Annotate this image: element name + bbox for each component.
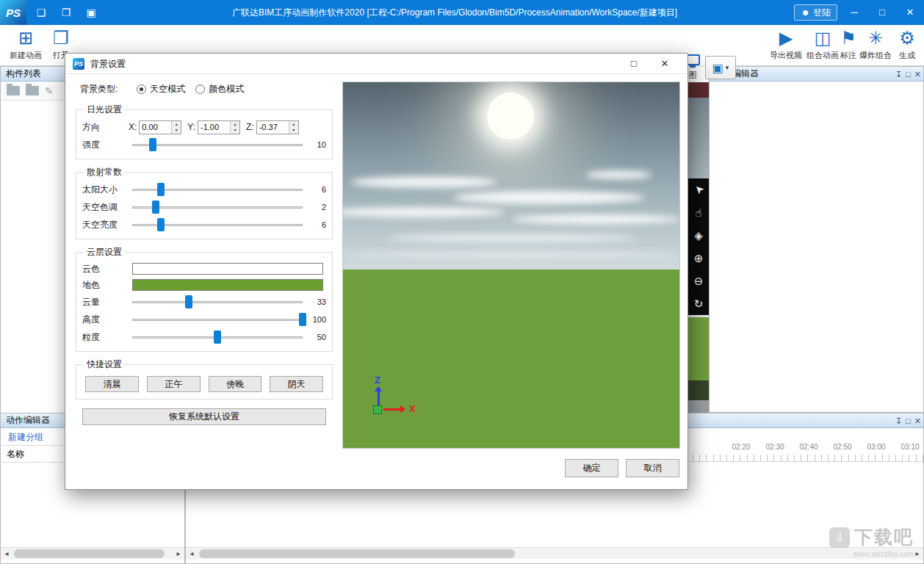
- preview-viewport[interactable]: Z X: [342, 82, 680, 449]
- explode-combine-icon: ✳: [855, 28, 896, 48]
- axis-origin: [373, 405, 382, 414]
- view-mode-dropdown[interactable]: ▣ ▾: [705, 56, 736, 79]
- action-editor-right-content[interactable]: [710, 82, 923, 411]
- action-editor-right-panel: 动作编辑器 ↧ □ ✕: [709, 66, 924, 413]
- spin-up-icon[interactable]: ▴: [172, 121, 181, 128]
- dialog-title: 背景设置: [90, 54, 126, 74]
- cancel-button[interactable]: 取消: [626, 459, 679, 477]
- login-button[interactable]: ☻ 登陆: [794, 4, 837, 21]
- export-video-button[interactable]: ▶ 导出视频: [765, 28, 806, 61]
- zoom-in-icon: ⊕: [694, 252, 704, 264]
- horizontal-scrollbar[interactable]: ◂ ▸: [186, 547, 923, 559]
- dialog-close-button[interactable]: ✕: [652, 56, 677, 72]
- folder-icon[interactable]: [7, 86, 20, 95]
- float-icon[interactable]: □: [906, 413, 911, 428]
- scrollbar-thumb[interactable]: [14, 549, 165, 558]
- background-type-label: 背景类型:: [80, 83, 118, 95]
- slider-thumb[interactable]: [152, 200, 159, 214]
- save-icon[interactable]: ▣: [79, 0, 103, 25]
- explode-combine-button[interactable]: ✳ 爆炸组合: [855, 28, 896, 61]
- orbit-icon: ◈: [694, 229, 703, 242]
- new-animation-button[interactable]: ⊞ 新建动画: [4, 28, 47, 61]
- spin-down-icon[interactable]: ▾: [231, 127, 239, 134]
- sky-tone-slider[interactable]: [132, 200, 303, 214]
- radio-dot-icon: [195, 84, 205, 94]
- close-icon[interactable]: ✕: [914, 413, 921, 428]
- intensity-value: 10: [307, 140, 326, 149]
- select-cursor-tool[interactable]: ➤: [688, 178, 709, 201]
- float-icon[interactable]: □: [906, 67, 911, 82]
- direction-z-spinner[interactable]: -0.37 ▴ ▾: [256, 120, 299, 134]
- cloud-graphic: [585, 170, 652, 179]
- slider-thumb[interactable]: [214, 330, 221, 344]
- app-logo: PS: [0, 0, 26, 25]
- close-button[interactable]: ✕: [896, 0, 924, 25]
- close-icon[interactable]: ✕: [914, 67, 921, 82]
- spin-up-icon[interactable]: ▴: [289, 121, 298, 128]
- ground-color-swatch[interactable]: [132, 279, 323, 291]
- ground-color-row: 地色: [82, 277, 326, 293]
- spin-up-icon[interactable]: ▴: [231, 121, 239, 128]
- rotate-view-tool[interactable]: ↻: [688, 292, 709, 315]
- sun-size-slider[interactable]: [132, 183, 303, 196]
- direction-x-spinner[interactable]: 0.00 ▴ ▾: [139, 120, 181, 134]
- viewport-sliver: [688, 380, 709, 400]
- pan-hand-tool[interactable]: ☝: [688, 201, 709, 224]
- pin-icon[interactable]: ↧: [895, 413, 902, 428]
- dialog-titlebar[interactable]: PS 背景设置 □ ✕: [65, 54, 687, 74]
- dialog-maximize-button[interactable]: □: [621, 56, 646, 72]
- tick-label: 03:00: [867, 443, 885, 451]
- minimize-button[interactable]: ─: [840, 0, 868, 25]
- slider-thumb[interactable]: [157, 218, 165, 231]
- spin-down-icon[interactable]: ▾: [289, 127, 298, 134]
- restore-defaults-button[interactable]: 恢复系统默认设置: [82, 408, 326, 425]
- cloud-amount-row: 云量 33: [82, 293, 326, 311]
- slider-track: [132, 319, 303, 321]
- ok-button[interactable]: 确定: [565, 459, 618, 477]
- action-editor-left-title: 动作编辑器: [6, 415, 50, 425]
- sky-mode-radio[interactable]: 天空模式: [137, 83, 185, 95]
- maximize-button[interactable]: □: [868, 0, 896, 25]
- zoom-out-tool[interactable]: ⊖: [688, 270, 709, 292]
- slider-thumb[interactable]: [299, 313, 306, 326]
- slider-thumb[interactable]: [157, 183, 165, 196]
- color-mode-radio[interactable]: 颜色模式: [195, 83, 244, 95]
- scroll-left-icon[interactable]: ◂: [186, 548, 198, 560]
- noon-button[interactable]: 正午: [147, 376, 201, 392]
- zoom-in-tool[interactable]: ⊕: [688, 247, 709, 270]
- intensity-slider[interactable]: [132, 138, 303, 151]
- sky-brightness-slider[interactable]: [132, 218, 303, 231]
- edit-icon[interactable]: ✎: [45, 85, 54, 97]
- cloud-group-title: 云层设置: [84, 246, 125, 258]
- evening-button[interactable]: 傍晚: [209, 376, 262, 392]
- scroll-right-icon[interactable]: ▸: [173, 548, 184, 560]
- tick-label: 03:10: [900, 443, 919, 451]
- overcast-button[interactable]: 阴天: [270, 376, 323, 392]
- tick-label: 02:30: [765, 443, 784, 451]
- direction-y-spinner[interactable]: -1.00 ▴ ▾: [198, 120, 240, 134]
- cloud-amount-slider[interactable]: [132, 295, 303, 308]
- x-axis-arrow: [383, 408, 404, 411]
- background-settings-dialog: PS 背景设置 □ ✕ 背景类型: 天空模式 颜色模式 日光设置 方向: [65, 53, 688, 490]
- background-type-row: 背景类型: 天空模式 颜色模式: [76, 79, 333, 99]
- cloud-color-swatch[interactable]: [132, 263, 323, 275]
- new-file-icon[interactable]: ❏: [29, 0, 53, 25]
- horizontal-scrollbar[interactable]: ◂ ▸: [1, 547, 184, 559]
- cloud-graphic: [343, 251, 680, 258]
- login-label: 登陆: [813, 5, 831, 20]
- morning-button[interactable]: 清晨: [85, 376, 139, 392]
- open-file-icon[interactable]: ❐: [54, 0, 78, 25]
- pin-icon[interactable]: ↧: [895, 67, 902, 82]
- cloud-graphic: [453, 191, 644, 204]
- slider-thumb[interactable]: [149, 138, 156, 151]
- generate-button[interactable]: ⚙ 生成: [895, 28, 920, 61]
- orbit-3d-tool[interactable]: ◈: [688, 224, 709, 247]
- cloud-height-slider[interactable]: [132, 313, 303, 326]
- cloud-height-row: 高度 100: [82, 311, 326, 328]
- scroll-left-icon[interactable]: ◂: [1, 548, 12, 560]
- slider-thumb[interactable]: [185, 295, 192, 308]
- cloud-granularity-slider[interactable]: [132, 330, 303, 344]
- folder-add-icon[interactable]: [26, 86, 39, 95]
- spin-down-icon[interactable]: ▾: [172, 127, 181, 134]
- scrollbar-thumb[interactable]: [199, 549, 515, 558]
